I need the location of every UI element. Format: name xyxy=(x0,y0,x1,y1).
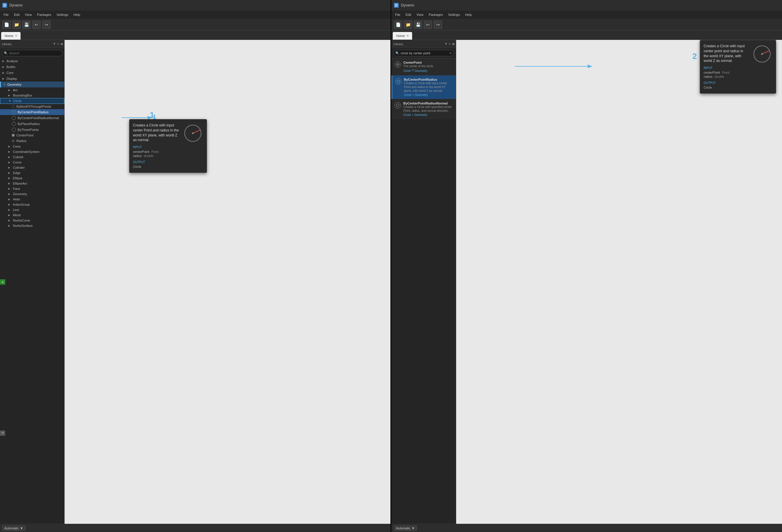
left-tree-analyze[interactable]: ▶ Analyze xyxy=(0,58,64,64)
right-menu-settings[interactable]: Settings xyxy=(446,12,462,17)
left-home-tab[interactable]: Home × xyxy=(1,32,21,40)
right-lib-close-icon[interactable]: ◀ xyxy=(452,42,454,46)
svg-point-12 xyxy=(761,53,763,55)
right-toolbar-open[interactable]: 📁 xyxy=(404,21,412,29)
left-tree-bycenterradius[interactable]: ByCenterPointRadius xyxy=(0,109,64,115)
left-label-bybestfit: ByBestFitThroughPoints xyxy=(16,105,51,108)
left-icon-radius: ⊘ xyxy=(12,139,15,143)
right-menu-view[interactable]: View xyxy=(414,12,426,17)
left-label-face: Face xyxy=(13,187,20,190)
left-tree-nurbssurface[interactable]: ▶ NurbsSurface xyxy=(0,223,64,228)
left-label-centerpoint: CenterPoint xyxy=(16,134,33,137)
left-tree-byplaneradius[interactable]: ByPlaneRadius xyxy=(0,121,64,127)
left-icon-bybestfit xyxy=(12,105,15,108)
left-arrow-line: ▶ xyxy=(8,208,11,211)
left-arrow-boundingbox: ▶ xyxy=(8,94,11,97)
right-search-clear-btn[interactable]: × xyxy=(450,51,452,55)
left-menu-file[interactable]: File xyxy=(1,12,11,17)
left-toolbar-new[interactable]: 📄 xyxy=(2,21,10,29)
left-library-header: Library ▼ ≡ ◀ xyxy=(0,40,64,48)
right-search-input[interactable] xyxy=(393,50,454,56)
left-menu-packages[interactable]: Packages xyxy=(35,12,54,17)
left-tree-display[interactable]: ▶ Display xyxy=(0,76,64,82)
left-tree-nurbscurve[interactable]: ▶ NurbsCurve xyxy=(0,218,64,223)
left-tree-coordinatesystem[interactable]: ▶ CoordinateSystem xyxy=(0,149,64,154)
left-tree-radius[interactable]: ⊘ Radius xyxy=(0,138,64,144)
left-toolbar-undo[interactable]: ↩ xyxy=(32,21,40,29)
right-annotation-2: 2 xyxy=(692,52,697,61)
left-tree-arc[interactable]: ▶ Arc xyxy=(0,87,64,93)
left-label-geometry-sub: Geometry xyxy=(13,192,27,196)
left-lib-settings-icon[interactable]: ≡ xyxy=(57,42,59,46)
right-tab-close[interactable]: × xyxy=(406,34,408,38)
left-tree-bycenterradiusnormal[interactable]: ByCenterPointRadiusNormal xyxy=(0,115,64,121)
left-tree-ellipse[interactable]: ▶ Ellipse xyxy=(0,176,64,181)
left-tree-face[interactable]: ▶ Face xyxy=(0,186,64,191)
right-menu-help[interactable]: Help xyxy=(463,12,474,17)
left-tree-cone[interactable]: ▶ Cone xyxy=(0,144,64,149)
left-tree-curve[interactable]: ▶ Curve xyxy=(0,160,64,165)
left-tree-boundingbox[interactable]: ▶ BoundingBox xyxy=(0,93,64,98)
left-tree-circle[interactable]: ▼ Circle xyxy=(0,98,64,104)
left-toolbar-redo[interactable]: ↪ xyxy=(42,21,50,29)
right-result-centerpoint[interactable]: CenterPoint The center of the circle Cir… xyxy=(392,59,456,75)
svg-line-1 xyxy=(193,130,200,133)
left-status-mode[interactable]: Automatic ▼ xyxy=(2,526,25,531)
svg-line-11 xyxy=(762,51,769,54)
right-result-tag3-bycenterradius: Geometry xyxy=(415,93,428,97)
left-add-node-btn[interactable]: + xyxy=(0,279,5,284)
left-tree-core[interactable]: ▶ Core xyxy=(0,70,64,76)
right-menu-bar: File Edit View Packages Settings Help xyxy=(392,10,782,19)
right-menu-file[interactable]: File xyxy=(393,12,403,17)
left-menu-help[interactable]: Help xyxy=(71,12,82,17)
left-toolbar-save[interactable]: 💾 xyxy=(22,21,31,29)
left-tree-ellipsearc[interactable]: ▶ EllipseArc xyxy=(0,181,64,186)
right-toolbar-save[interactable]: 💾 xyxy=(414,21,422,29)
left-status-dropdown-icon: ▼ xyxy=(20,526,23,530)
left-search-box: 🔍 xyxy=(2,50,63,56)
left-toolbar-open[interactable]: 📁 xyxy=(12,21,21,29)
left-search-input[interactable] xyxy=(2,50,63,56)
right-toolbar-redo[interactable]: ↪ xyxy=(434,21,442,29)
left-lib-close-icon[interactable]: ◀ xyxy=(60,42,63,46)
left-tree-geometry[interactable]: ▼ Geometry xyxy=(0,82,64,87)
left-tree-geometry-sub[interactable]: ▶ Geometry xyxy=(0,191,64,197)
right-tab-bar: Home × xyxy=(392,31,782,40)
right-result-icon-bycenterradius xyxy=(395,78,401,85)
right-menu-edit[interactable]: Edit xyxy=(403,12,414,17)
right-home-tab[interactable]: Home × xyxy=(393,32,412,40)
right-result-tag1-bycenterradius: Circle xyxy=(404,93,412,97)
svg-point-9 xyxy=(396,104,399,107)
left-icon-bythreepoints xyxy=(12,128,16,132)
left-lib-filter-icon[interactable]: ▼ xyxy=(53,42,56,46)
right-lib-settings-icon[interactable]: ≡ xyxy=(449,42,451,46)
left-help-btn[interactable]: ? xyxy=(0,430,5,436)
left-tree-edge[interactable]: ▶ Edge xyxy=(0,170,64,176)
left-tree-helix[interactable]: ▶ Helix xyxy=(0,197,64,202)
right-menu-packages[interactable]: Packages xyxy=(426,12,445,17)
left-menu-settings[interactable]: Settings xyxy=(54,12,71,17)
left-label-builtin: BuiltIn xyxy=(6,65,15,69)
left-tree-line[interactable]: ▶ Line xyxy=(0,207,64,213)
left-label-cuboid: Cuboid xyxy=(13,155,23,159)
left-tree-centerpoint[interactable]: CenterPoint xyxy=(0,132,64,138)
right-app-title: Dynamo xyxy=(401,3,414,7)
right-lib-filter-icon[interactable]: ▼ xyxy=(445,42,448,46)
left-tree-mesh[interactable]: ▶ Mesh xyxy=(0,213,64,218)
right-search-results-list: CenterPoint The center of the circle Cir… xyxy=(392,58,456,119)
left-tab-close[interactable]: × xyxy=(15,34,17,38)
left-tree-bythreepoints[interactable]: ByThreePoints xyxy=(0,127,64,132)
left-tree-cuboid[interactable]: ▶ Cuboid xyxy=(0,154,64,160)
right-result-bycenterradiusnormal[interactable]: ByCenterPointRadiusNormal Creates a Circ… xyxy=(392,99,456,119)
left-label-byplaneradius: ByPlaneRadius xyxy=(17,122,40,125)
left-menu-edit[interactable]: Edit xyxy=(12,12,22,17)
right-toolbar-undo[interactable]: ↩ xyxy=(424,21,432,29)
right-status-mode[interactable]: Automatic ▼ xyxy=(394,526,417,531)
left-tree-indexgroup[interactable]: ▶ IndexGroup xyxy=(0,202,64,207)
left-tree-cylinder[interactable]: ▶ Cylinder xyxy=(0,165,64,170)
left-tree-bybestfit[interactable]: ByBestFitThroughPoints xyxy=(0,104,64,109)
right-result-bycenterradius[interactable]: ByCenterPointRadius Creates a Circle wit… xyxy=(392,75,456,99)
right-toolbar-new[interactable]: 📄 xyxy=(394,21,402,29)
left-tree-builtin[interactable]: ▶ BuiltIn xyxy=(0,64,64,70)
left-menu-view[interactable]: View xyxy=(23,12,34,17)
